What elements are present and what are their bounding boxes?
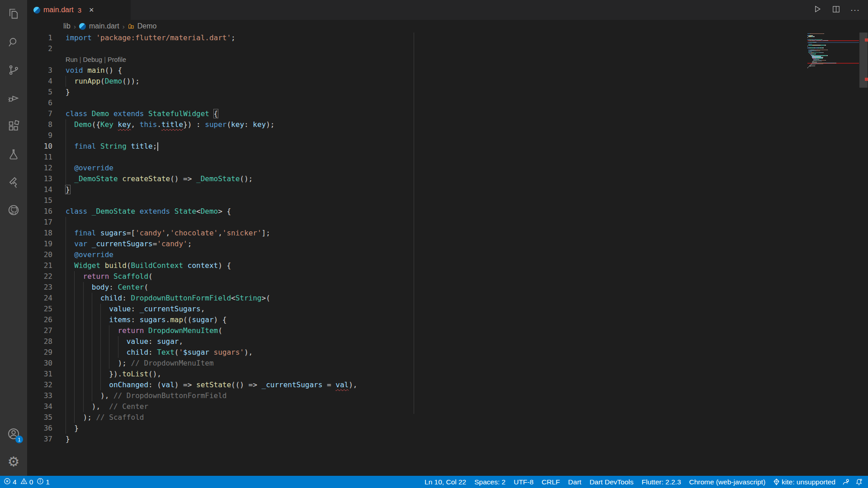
overview-error-marker [865,78,868,81]
chevron-right-icon: › [123,23,125,30]
code-line[interactable]: 7class Demo extends StatefulWidget { [27,108,868,119]
code-line[interactable]: 34), // Center [27,401,868,412]
info-icon [37,478,44,487]
breadcrumb: lib › main.dart › Demo [27,20,868,33]
code-line[interactable]: 19var _currentSugars='candy'; [27,239,868,249]
code-line[interactable]: 17 [27,217,868,228]
editor-scrollbar[interactable] [859,33,868,476]
close-tab-icon[interactable]: × [89,5,94,15]
code-line[interactable]: 23body: Center( [27,282,868,293]
activity-bar: 1 ⚙ [0,0,27,476]
code-line[interactable]: 8Demo({Key key, this.title}) : super(key… [27,119,868,130]
code-line[interactable]: 24child: DropdownButtonFormField<String>… [27,293,868,304]
status-bar: 4 0 1 Ln 10, Col 22Spaces: 2UTF-8CRLFDar… [0,476,868,488]
dart-file-icon [33,7,40,14]
minimap[interactable] [807,33,859,68]
code-line[interactable]: 33), // DropdownButtonFormField [27,390,868,401]
code-line[interactable]: 25value: _currentSugars, [27,304,868,314]
info-count: 1 [46,478,50,486]
code-line[interactable]: 5} [27,87,868,98]
code-area: 1import 'package:flutter/material.dart';… [27,33,868,445]
code-line[interactable]: 27return DropdownMenuItem( [27,325,868,336]
dart-devtools[interactable]: Dart DevTools [585,476,637,488]
tab-label: main.dart [43,6,74,14]
split-editor-icon[interactable] [832,5,840,15]
explorer-icon[interactable] [0,0,27,28]
chevron-right-icon: › [74,23,76,30]
problems-indicator[interactable]: 4 0 1 [4,476,57,488]
code-line[interactable]: 15 [27,195,868,206]
kite-icon [774,479,779,485]
code-line[interactable]: 32onChanged: (val) => setState(() => _cu… [27,380,868,390]
code-line[interactable]: 2 [27,43,868,54]
error-count: 4 [13,478,17,486]
code-line[interactable]: 20@override [27,249,868,260]
account-icon[interactable]: 1 [0,420,27,448]
codelens-debug[interactable]: Debug [83,56,102,63]
tab-bar: main.dart 3 × ··· [27,0,868,20]
breadcrumb-folder[interactable]: lib [63,22,71,30]
breadcrumb-file[interactable]: main.dart [89,22,119,30]
run-file-icon[interactable] [813,5,822,15]
testing-icon[interactable] [0,140,27,168]
code-line[interactable]: 36} [27,423,868,434]
code-line[interactable]: 18final sugars=['candy','chocolate','sni… [27,228,868,239]
class-symbol-icon [128,23,134,29]
tab-error-count: 3 [78,6,81,14]
warning-count: 0 [29,478,33,486]
account-badge: 1 [15,436,23,443]
codelens-run[interactable]: Run [66,56,78,63]
feedback-icon[interactable] [840,476,853,488]
language-mode[interactable]: Dart [564,476,585,488]
search-icon[interactable] [0,28,27,56]
notifications-bell-icon[interactable] [853,476,868,488]
more-actions-icon[interactable]: ··· [850,5,860,15]
warning-icon [20,478,28,487]
overview-error-marker [865,38,868,42]
kite-status[interactable]: kite: unsupported [769,476,840,488]
dart-file-icon [79,23,86,30]
code-line[interactable]: 37} [27,434,868,445]
code-line[interactable]: 28value: sugar, [27,336,868,347]
flutter-icon[interactable] [0,168,27,196]
codelens-profile[interactable]: Profile [108,56,126,63]
source-control-icon[interactable] [0,56,27,84]
vscode-window: 1 ⚙ main.dart 3 × ··· lib › [0,0,868,488]
code-line[interactable]: 4runApp(Demo()); [27,76,868,87]
code-line[interactable]: 11 [27,152,868,163]
tab-main-dart[interactable]: main.dart 3 × [27,0,131,20]
code-line[interactable]: 1import 'package:flutter/material.dart'; [27,33,868,43]
text-cursor [157,142,158,151]
flutter-version[interactable]: Flutter: 2.2.3 [637,476,685,488]
editor[interactable]: 1import 'package:flutter/material.dart';… [27,33,868,476]
encoding[interactable]: UTF-8 [509,476,538,488]
code-line[interactable]: 16class _DemoState extends State<Demo> { [27,206,868,217]
cursor-position[interactable]: Ln 10, Col 22 [420,476,470,488]
code-line[interactable]: 21Widget build(BuildContext context) { [27,260,868,271]
code-line[interactable]: 35); // Scaffold [27,412,868,423]
run-and-debug-icon[interactable] [0,84,27,112]
github-icon[interactable] [0,196,27,224]
breadcrumb-symbol[interactable]: Demo [137,22,157,30]
code-line[interactable]: 12@override [27,163,868,174]
code-line[interactable]: 29child: Text('$sugar sugars'), [27,347,868,358]
code-lens: Run | Debug | Profile [27,54,868,65]
settings-gear-icon[interactable]: ⚙ [0,448,27,476]
eol[interactable]: CRLF [538,476,564,488]
code-line[interactable]: 10final String title; [27,141,868,152]
editor-actions: ··· [813,0,868,20]
code-line[interactable]: 31}).toList(), [27,369,868,380]
indentation[interactable]: Spaces: 2 [470,476,509,488]
code-line[interactable]: 6 [27,98,868,108]
code-line[interactable]: 26items: sugars.map((sugar) { [27,314,868,325]
code-line[interactable]: 9 [27,130,868,141]
error-icon [4,478,11,487]
device-selector[interactable]: Chrome (web-javascript) [685,476,769,488]
code-line[interactable]: 30); // DropdownMenuItem [27,358,868,369]
code-line[interactable]: 3void main() { [27,65,868,76]
code-line[interactable]: 13_DemoState createState() => _DemoState… [27,174,868,184]
code-line[interactable]: 22return Scaffold( [27,271,868,282]
extensions-icon[interactable] [0,112,27,140]
code-line[interactable]: 14} [27,184,868,195]
